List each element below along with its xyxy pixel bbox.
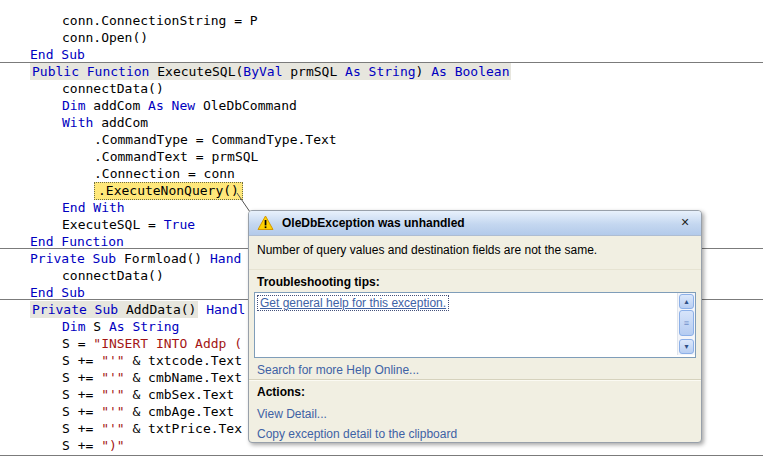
- code-token: Dim: [62, 319, 93, 334]
- code-token: End Sub: [30, 47, 85, 62]
- code-token: & cmbName.Text: [125, 370, 242, 385]
- scrollbar-thumb[interactable]: ≡: [679, 310, 694, 336]
- code-token: .ExecuteNonQuery(): [98, 183, 239, 198]
- code-token: Private Sub: [32, 302, 126, 317]
- code-token: ByVal: [243, 64, 290, 79]
- code-token: addCom: [93, 98, 148, 113]
- code-token: S +=: [62, 404, 101, 419]
- troubleshooting-tips-label: Troubleshooting tips:: [257, 275, 380, 289]
- exception-highlight: .ExecuteNonQuery(): [94, 182, 243, 200]
- popup-titlebar: OleDbException was unhandled ×: [249, 211, 701, 236]
- code-line[interactable]: connectData(): [0, 80, 763, 97]
- code-line[interactable]: .Connection = conn: [0, 165, 763, 182]
- popup-title: OleDbException was unhandled: [282, 216, 465, 230]
- code-token: Public Function: [32, 64, 157, 79]
- code-token: .CommandText = prmSQL: [94, 149, 258, 164]
- code-token: ExecuteSQL(: [157, 64, 243, 79]
- code-token: S +=: [62, 370, 101, 385]
- scrollbar-up-icon[interactable]: ▴: [679, 294, 694, 309]
- code-token: conn.Open(): [62, 30, 148, 45]
- code-token: Dim: [62, 98, 93, 113]
- code-token: & txtcode.Text: [125, 353, 242, 368]
- code-token: As New: [148, 98, 203, 113]
- code-token: "'": [101, 421, 124, 436]
- procedure-separator: [0, 455, 763, 456]
- code-token: & cmbAge.Text: [125, 404, 235, 419]
- code-line[interactable]: Dim addCom As New OleDbCommand: [0, 97, 763, 114]
- code-token: Handl: [198, 302, 245, 317]
- code-token: OleDbCommand: [203, 98, 297, 113]
- code-token: S +=: [62, 353, 101, 368]
- tips-scrollbar[interactable]: ▴ ≡ ▾: [677, 293, 695, 355]
- code-token: "'": [101, 370, 124, 385]
- code-token: "'": [101, 404, 124, 419]
- code-token: Formload(): [124, 251, 210, 266]
- code-token: As Boolean: [431, 64, 509, 79]
- code-token: ): [416, 64, 432, 79]
- code-token: End Sub: [30, 285, 85, 300]
- code-token: addCom: [101, 115, 148, 130]
- code-token: True: [164, 217, 195, 232]
- code-token: As String: [109, 319, 179, 334]
- copy-exception-detail-link[interactable]: Copy exception detail to the clipboard: [257, 427, 457, 441]
- code-token: "'": [101, 387, 124, 402]
- code-token: .Connection = conn: [94, 166, 235, 181]
- code-token: & txtPrice.Tex: [125, 421, 242, 436]
- code-token: S: [93, 319, 109, 334]
- code-token: End With: [62, 200, 125, 215]
- actions-separator: [249, 379, 701, 381]
- exception-assistant-popup: OleDbException was unhandled × Number of…: [248, 210, 702, 443]
- procedure-highlight: Public Function ExecuteSQL(ByVal prmSQL …: [30, 63, 511, 80]
- code-token: With: [62, 115, 101, 130]
- code-line[interactable]: .CommandType = CommandType.Text: [0, 131, 763, 148]
- exception-statement-line[interactable]: .ExecuteNonQuery(): [0, 182, 763, 199]
- code-token: connectData(): [62, 268, 164, 283]
- code-token: "'": [101, 353, 124, 368]
- code-line[interactable]: conn.Open(): [0, 29, 763, 46]
- message-separator: [249, 269, 701, 270]
- exception-message: Number of query values and destination f…: [257, 243, 693, 257]
- code-token: S =: [62, 336, 93, 351]
- code-line[interactable]: With addCom: [0, 114, 763, 131]
- close-icon[interactable]: ×: [677, 214, 693, 230]
- code-token: Hand: [210, 251, 241, 266]
- troubleshooting-tips-listbox[interactable]: Get general help for this exception. ▴ ≡…: [254, 292, 696, 358]
- tip-link-general-help[interactable]: Get general help for this exception.: [257, 295, 449, 311]
- code-token: End Function: [30, 234, 124, 249]
- code-token: & cmbSex.Text: [125, 387, 235, 402]
- code-token: AddData(): [126, 302, 196, 317]
- code-line[interactable]: .CommandText = prmSQL: [0, 148, 763, 165]
- code-line[interactable]: End Sub: [0, 46, 763, 63]
- code-token: "INSERT INTO Addp (: [93, 336, 242, 351]
- code-token: As String: [345, 64, 415, 79]
- code-token: conn.ConnectionString = P: [62, 13, 258, 28]
- search-more-help-link[interactable]: Search for more Help Online...: [257, 363, 419, 377]
- procedure-separator: [0, 62, 763, 63]
- code-token: S +=: [62, 387, 101, 402]
- scrollbar-down-icon[interactable]: ▾: [679, 339, 694, 354]
- code-token: .CommandType = CommandType.Text: [94, 132, 337, 147]
- code-line[interactable]: conn.ConnectionString = P: [0, 12, 763, 29]
- code-token: prmSQL: [290, 64, 345, 79]
- view-detail-link[interactable]: View Detail...: [257, 407, 327, 421]
- code-token: ")": [101, 438, 124, 453]
- code-token: S +=: [62, 438, 101, 453]
- code-token: S +=: [62, 421, 101, 436]
- code-token: connectData(): [62, 81, 164, 96]
- code-line[interactable]: Public Function ExecuteSQL(ByVal prmSQL …: [0, 63, 763, 80]
- warning-icon: [257, 215, 274, 231]
- actions-label: Actions:: [257, 385, 305, 399]
- code-token: Private Sub: [30, 251, 124, 266]
- procedure-highlight: Private Sub AddData(): [30, 301, 198, 318]
- code-token: ExecuteSQL =: [62, 217, 164, 232]
